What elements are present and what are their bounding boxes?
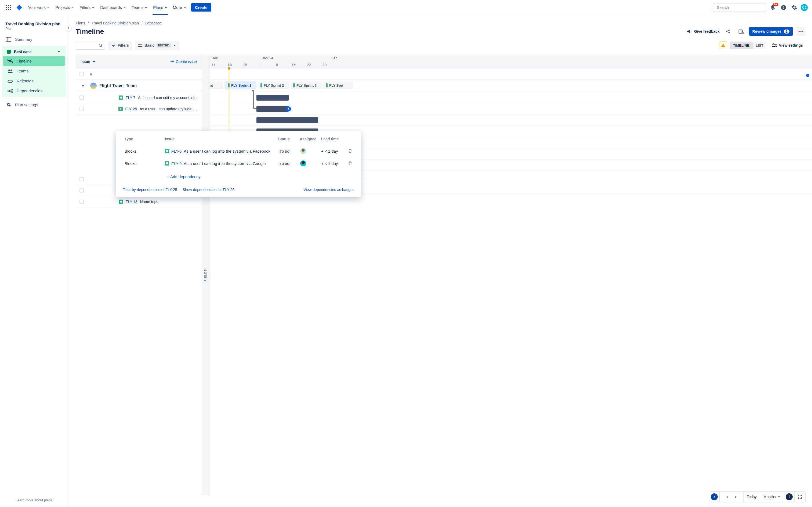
nav-plans[interactable]: Plans xyxy=(151,3,170,11)
info-button[interactable]: i xyxy=(784,492,795,502)
help-icon[interactable]: ? xyxy=(779,3,788,12)
timeline-view-tab[interactable]: TIMELINE xyxy=(730,42,753,49)
nav-projects[interactable]: Projects xyxy=(53,3,76,11)
scroll-prev-button[interactable] xyxy=(723,495,731,498)
today-button[interactable]: Today xyxy=(744,492,760,502)
learn-more-link[interactable]: Learn more about plans xyxy=(0,498,68,502)
sprint-label[interactable]: rint xyxy=(209,81,223,89)
scroll-to-start-button[interactable] xyxy=(709,492,720,502)
jira-logo-icon[interactable] xyxy=(15,4,23,11)
sidebar-item-summary[interactable]: Summary xyxy=(2,34,66,44)
svg-rect-1 xyxy=(8,5,9,6)
give-feedback-button[interactable]: Give feedback xyxy=(687,29,720,34)
assignee-avatar[interactable] xyxy=(300,160,307,167)
breadcrumb-item[interactable]: Best case xyxy=(145,21,162,25)
app-switcher-icon[interactable] xyxy=(4,3,13,12)
gantt-bar[interactable] xyxy=(256,95,289,101)
svg-rect-6 xyxy=(6,9,7,10)
issue-column-header[interactable]: Issue xyxy=(81,60,96,64)
sidebar-item-teams[interactable]: Teams xyxy=(3,66,65,76)
row-checkbox[interactable] xyxy=(80,188,84,192)
breadcrumb-item[interactable]: Travel Booking Division plan xyxy=(92,21,139,25)
more-actions-button[interactable] xyxy=(797,27,806,36)
scroll-next-button[interactable] xyxy=(731,495,740,498)
nav-dashboards[interactable]: Dashboards xyxy=(98,3,129,11)
issue-key[interactable]: FLY-25 xyxy=(125,107,137,111)
notifications-icon[interactable]: 9+ xyxy=(768,3,777,12)
review-changes-button[interactable]: Review changes 2 xyxy=(749,27,793,36)
sidebar-item-plan-settings[interactable]: Plan settings xyxy=(2,100,66,110)
link-icon[interactable] xyxy=(286,107,291,111)
scenario-selector[interactable]: Best case xyxy=(3,48,65,56)
gantt-bar[interactable] xyxy=(256,117,318,123)
nav-more[interactable]: More xyxy=(171,3,189,11)
day-label: 22 xyxy=(307,63,311,67)
lead-time: + < 1 day xyxy=(319,145,346,157)
top-nav: Your work Projects Filters Dashboards Te… xyxy=(0,0,812,15)
svg-rect-7 xyxy=(8,9,9,10)
issue-key[interactable]: FLY-7 xyxy=(126,96,135,100)
issue-search-input[interactable] xyxy=(76,41,105,50)
basic-filter-button[interactable]: Basic EDITED xyxy=(135,41,180,50)
search-field[interactable] xyxy=(717,5,764,10)
sidebar-item-timeline[interactable]: Timeline xyxy=(3,56,65,66)
fields-column-toggle[interactable]: FIELDS xyxy=(202,55,209,495)
svg-rect-4 xyxy=(8,7,9,8)
scroll-indicator-icon[interactable] xyxy=(806,74,809,77)
sidebar-item-dependencies[interactable]: Dependencies xyxy=(3,86,65,96)
gantt-bar[interactable] xyxy=(256,106,289,112)
sprint-current[interactable]: FLY Sprint 1 xyxy=(225,81,256,89)
select-all-checkbox[interactable] xyxy=(80,72,84,76)
add-dependency-button[interactable]: + Add dependency xyxy=(165,172,352,181)
view-as-badges-link[interactable]: View dependencies as badges xyxy=(303,187,354,192)
issue-summary: As a user I can log into the system via … xyxy=(184,149,270,154)
main-content: Plans/ Travel Booking Division plan/ Bes… xyxy=(68,15,812,507)
filter-by-dependencies-link[interactable]: Filter by dependencies of FLY-25 xyxy=(122,187,177,192)
sidebar-item-releases[interactable]: Releases xyxy=(3,76,65,86)
breadcrumb-item[interactable]: Plans xyxy=(76,21,85,25)
story-icon xyxy=(165,161,169,166)
row-checkbox[interactable] xyxy=(80,200,84,204)
view-settings-button[interactable]: View settings xyxy=(769,42,806,49)
nav-teams[interactable]: Teams xyxy=(130,3,150,11)
status-badge: TO DO xyxy=(278,149,291,154)
filters-button[interactable]: Filters xyxy=(108,41,132,50)
fullscreen-button[interactable] xyxy=(795,492,805,502)
row-checkbox[interactable] xyxy=(80,107,84,111)
gear-icon xyxy=(6,102,11,107)
zoom-level-select[interactable]: Months xyxy=(760,492,784,502)
issue-row[interactable]: FLY-25 As a user I can update my login d… xyxy=(76,103,202,115)
issue-key[interactable]: FLY-6 xyxy=(171,149,182,154)
share-icon[interactable] xyxy=(723,27,732,36)
team-avatar xyxy=(90,82,97,89)
delete-icon[interactable] xyxy=(348,149,352,153)
teams-icon xyxy=(7,69,13,73)
show-dependencies-link[interactable]: Show dependencies for FLY-25 xyxy=(183,187,235,192)
user-avatar[interactable]: CJ xyxy=(801,4,808,11)
row-checkbox[interactable] xyxy=(80,177,84,181)
issue-row[interactable]: FLY-13 Name trips xyxy=(76,196,202,207)
settings-icon[interactable] xyxy=(790,3,799,12)
issue-key[interactable]: FLY-9 xyxy=(171,161,182,166)
svg-point-36 xyxy=(801,31,802,32)
create-button[interactable]: Create xyxy=(191,3,211,11)
warnings-button[interactable] xyxy=(719,41,727,49)
calendar-icon[interactable] xyxy=(736,27,746,36)
assignee-avatar[interactable] xyxy=(300,148,307,155)
sprint-label[interactable]: FLY Sprint 3 xyxy=(291,81,322,89)
collapse-icon[interactable] xyxy=(81,84,85,88)
nav-your-work[interactable]: Your work xyxy=(26,3,52,11)
create-issue-button[interactable]: Create issue xyxy=(170,60,197,64)
sprint-label[interactable]: FLY Spri xyxy=(323,81,353,89)
sprint-label[interactable]: FLY Sprint 2 xyxy=(258,81,289,89)
page-title: Timeline xyxy=(76,27,104,36)
status-badge: TO DO xyxy=(278,162,291,166)
issue-row[interactable]: FLY-7 As I user I can edit my account in… xyxy=(76,92,202,103)
svg-point-18 xyxy=(8,69,10,71)
nav-filters[interactable]: Filters xyxy=(77,3,97,11)
delete-icon[interactable] xyxy=(348,161,352,166)
list-view-tab[interactable]: LIST xyxy=(753,42,767,49)
global-search-input[interactable] xyxy=(713,3,766,12)
row-checkbox[interactable] xyxy=(80,96,84,100)
issue-key[interactable]: FLY-13 xyxy=(126,200,138,204)
